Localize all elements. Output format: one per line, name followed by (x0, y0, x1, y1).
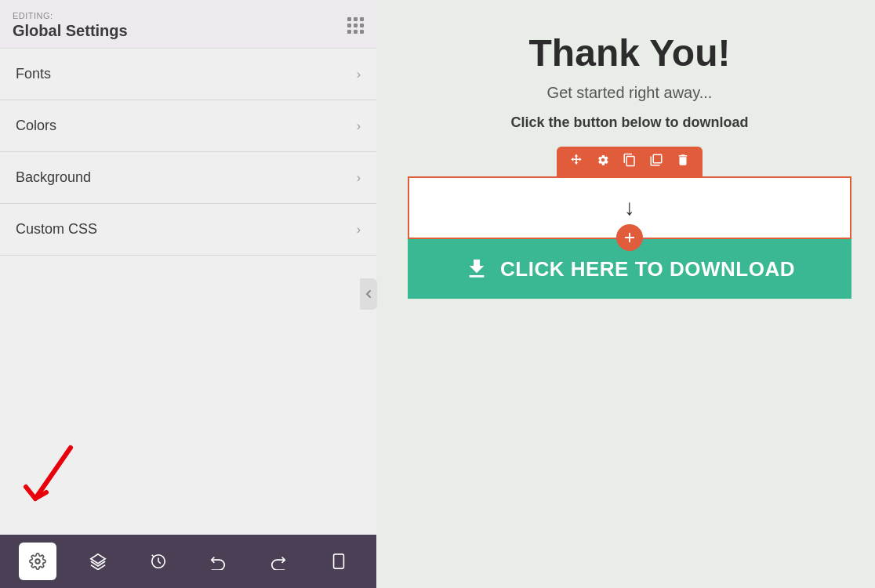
menu-item-custom-css[interactable]: Custom CSS › (0, 204, 376, 256)
menu-item-fonts[interactable]: Fonts › (0, 49, 376, 100)
panel-title: Global Settings (13, 22, 128, 40)
undo-button[interactable] (199, 543, 237, 580)
duplicate-icon[interactable] (623, 153, 637, 170)
page-title: Thank You! (408, 31, 851, 74)
click-text: Click the button below to download (408, 114, 851, 131)
subtitle: Get started right away... (408, 84, 851, 102)
settings-icon[interactable] (596, 153, 610, 170)
delete-icon[interactable] (676, 153, 690, 170)
menu-item-colors-label: Colors (16, 118, 56, 134)
element-toolbar-bar (557, 147, 703, 176)
layers-button[interactable] (79, 543, 117, 580)
clone-icon[interactable] (649, 153, 663, 170)
down-arrow-icon: ↓ (624, 195, 635, 220)
settings-button[interactable] (19, 543, 56, 580)
grid-icon[interactable] (347, 17, 364, 34)
menu-item-colors[interactable]: Colors › (0, 100, 376, 152)
right-content: Thank You! Get started right away... Cli… (376, 0, 875, 299)
svg-rect-3 (333, 554, 343, 568)
menu-items: Fonts › Colors › Background › Custom CSS… (0, 49, 376, 535)
panel-header: EDITING: Global Settings (0, 0, 376, 49)
move-icon[interactable] (569, 153, 583, 170)
menu-item-custom-css-label: Custom CSS (16, 221, 97, 238)
chevron-icon: › (357, 171, 361, 185)
element-toolbar (408, 147, 851, 176)
chevron-icon: › (357, 67, 361, 82)
redo-button[interactable] (260, 543, 297, 580)
chevron-icon: › (357, 119, 361, 133)
panel-header-left: EDITING: Global Settings (13, 11, 128, 40)
download-button-label: Click Here To Download (500, 257, 795, 281)
collapse-handle[interactable] (360, 278, 377, 310)
svg-point-0 (36, 559, 41, 564)
mobile-button[interactable] (320, 543, 358, 580)
add-element-button[interactable] (616, 224, 643, 251)
bottom-toolbar (0, 535, 376, 588)
left-panel: EDITING: Global Settings Fonts › Colors … (0, 0, 376, 588)
editing-label: EDITING: (13, 11, 128, 20)
chevron-icon: › (357, 223, 361, 237)
menu-item-fonts-label: Fonts (16, 66, 51, 82)
menu-item-background-label: Background (16, 169, 91, 186)
menu-item-background[interactable]: Background › (0, 152, 376, 204)
history-button[interactable] (140, 543, 177, 580)
right-panel: Thank You! Get started right away... Cli… (376, 0, 875, 588)
selected-element-box[interactable]: ↓ (408, 176, 851, 239)
